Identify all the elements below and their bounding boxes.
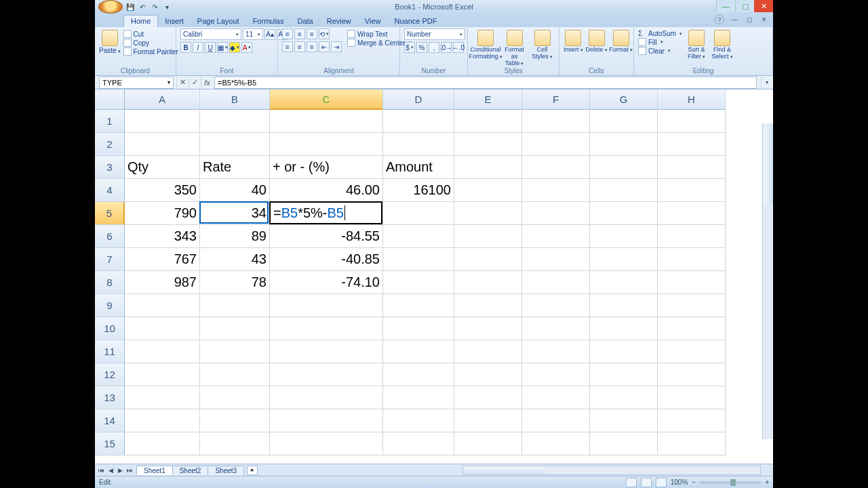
- col-header-B[interactable]: B: [200, 89, 270, 110]
- sheet-tab-sheet2[interactable]: Sheet2: [172, 466, 209, 475]
- row-header-14[interactable]: 14: [95, 409, 125, 432]
- col-header-E[interactable]: E: [454, 89, 522, 110]
- cell-A10[interactable]: [125, 317, 200, 340]
- doc-close-icon[interactable]: ✕: [760, 15, 769, 24]
- cell-C9[interactable]: [270, 294, 383, 317]
- sheet-nav-next-icon[interactable]: ▶: [115, 466, 125, 475]
- cell-E7[interactable]: [454, 248, 522, 271]
- cell-G6[interactable]: [590, 225, 658, 248]
- cell-G4[interactable]: [590, 179, 658, 202]
- cell-E14[interactable]: [454, 409, 522, 432]
- cell-E10[interactable]: [454, 317, 522, 340]
- cell-H8[interactable]: [658, 271, 726, 294]
- sort-filter-button[interactable]: Sort & Filter: [685, 28, 708, 60]
- enter-formula-button[interactable]: ✓: [189, 77, 201, 89]
- align-center-button[interactable]: ≡: [294, 41, 305, 52]
- cell-H2[interactable]: [658, 133, 726, 156]
- cell-E1[interactable]: [454, 110, 522, 133]
- cell-G12[interactable]: [590, 363, 658, 386]
- cell-B15[interactable]: [200, 432, 270, 455]
- formula-input[interactable]: =B5*5%-B5: [214, 77, 757, 89]
- window-minimize-button[interactable]: —: [716, 0, 735, 12]
- cell-C8[interactable]: -74.10: [270, 271, 383, 294]
- cell-F13[interactable]: [522, 386, 590, 409]
- cell-E11[interactable]: [454, 340, 522, 363]
- cell-F6[interactable]: [522, 225, 590, 248]
- cell-C11[interactable]: [270, 340, 383, 363]
- col-header-G[interactable]: G: [590, 89, 658, 110]
- copy-button[interactable]: Copy: [123, 39, 178, 47]
- cell-D15[interactable]: [383, 432, 454, 455]
- cell-B4[interactable]: 40: [200, 179, 270, 202]
- tab-view[interactable]: View: [358, 16, 388, 27]
- align-right-button[interactable]: ≡: [307, 41, 317, 52]
- dec-decimal-button[interactable]: ←.0: [453, 42, 464, 53]
- font-color-button[interactable]: A: [241, 42, 252, 53]
- cell-C12[interactable]: [270, 363, 383, 386]
- border-button[interactable]: ▦: [217, 42, 228, 53]
- row-header-13[interactable]: 13: [95, 386, 125, 409]
- help-icon[interactable]: ?: [715, 15, 724, 24]
- cell-D13[interactable]: [383, 386, 454, 409]
- cell-E12[interactable]: [454, 363, 522, 386]
- cell-H1[interactable]: [658, 110, 726, 133]
- sheet-nav-last-icon[interactable]: ⏭: [125, 466, 134, 475]
- row-header-2[interactable]: 2: [95, 133, 125, 156]
- cell-C7[interactable]: -40.85: [270, 248, 383, 271]
- cell-C4[interactable]: 46.00: [270, 179, 383, 202]
- cell-A12[interactable]: [125, 363, 200, 386]
- tab-review[interactable]: Review: [320, 16, 358, 27]
- cell-H13[interactable]: [658, 386, 726, 409]
- cell-F4[interactable]: [522, 179, 590, 202]
- fx-button[interactable]: fx: [201, 77, 213, 89]
- row-header-7[interactable]: 7: [95, 248, 125, 271]
- tab-nuance-pdf[interactable]: Nuance PDF: [387, 16, 443, 27]
- font-size-select[interactable]: 11: [243, 28, 263, 40]
- cell-D1[interactable]: [383, 110, 454, 133]
- cell-F10[interactable]: [522, 317, 590, 340]
- tab-insert[interactable]: Insert: [158, 16, 191, 27]
- italic-button[interactable]: I: [193, 42, 203, 53]
- cell-A15[interactable]: [125, 432, 200, 455]
- cell-D12[interactable]: [383, 363, 454, 386]
- fill-color-button[interactable]: ◆: [229, 42, 240, 53]
- cell-C14[interactable]: [270, 409, 383, 432]
- cancel-formula-button[interactable]: ✕: [176, 77, 189, 89]
- cell-B6[interactable]: 89: [200, 225, 270, 248]
- cell-G7[interactable]: [590, 248, 658, 271]
- cell-B13[interactable]: [200, 386, 270, 409]
- col-header-H[interactable]: H: [658, 89, 726, 110]
- row-header-5[interactable]: 5: [95, 202, 125, 225]
- cell-E3[interactable]: [454, 156, 522, 179]
- cell-E13[interactable]: [454, 386, 522, 409]
- percent-button[interactable]: %: [416, 42, 427, 53]
- editing-cell[interactable]: =B5*5%-B5: [269, 201, 382, 224]
- cell-G10[interactable]: [590, 317, 658, 340]
- view-normal-button[interactable]: [626, 478, 637, 487]
- insert-cells-button[interactable]: Insert: [564, 28, 583, 54]
- office-button[interactable]: [98, 0, 123, 14]
- inc-decimal-button[interactable]: .0→: [441, 42, 452, 53]
- conditional-formatting-button[interactable]: Conditional Formatting: [472, 28, 499, 60]
- row-header-12[interactable]: 12: [95, 363, 125, 386]
- font-name-select[interactable]: Calibri: [180, 28, 241, 40]
- doc-restore-icon[interactable]: ▢: [745, 15, 754, 24]
- view-layout-button[interactable]: [641, 478, 652, 487]
- cell-D10[interactable]: [383, 317, 454, 340]
- sheet-nav-prev-icon[interactable]: ◀: [106, 466, 115, 475]
- cell-G3[interactable]: [590, 156, 658, 179]
- cell-A11[interactable]: [125, 340, 200, 363]
- name-box[interactable]: TYPE▾: [99, 77, 174, 89]
- currency-button[interactable]: $: [404, 42, 415, 53]
- format-cells-button[interactable]: Format: [610, 28, 632, 54]
- cell-E9[interactable]: [454, 294, 522, 317]
- number-format-select[interactable]: Number: [404, 28, 465, 40]
- qat-undo-icon[interactable]: ↶: [138, 2, 147, 12]
- cell-F12[interactable]: [522, 363, 590, 386]
- qat-redo-icon[interactable]: ↷: [150, 2, 159, 12]
- cell-G15[interactable]: [590, 432, 658, 455]
- zoom-in-button[interactable]: +: [765, 479, 769, 486]
- cell-D7[interactable]: [383, 248, 454, 271]
- tab-formulas[interactable]: Formulas: [246, 16, 291, 27]
- cell-G2[interactable]: [590, 133, 658, 156]
